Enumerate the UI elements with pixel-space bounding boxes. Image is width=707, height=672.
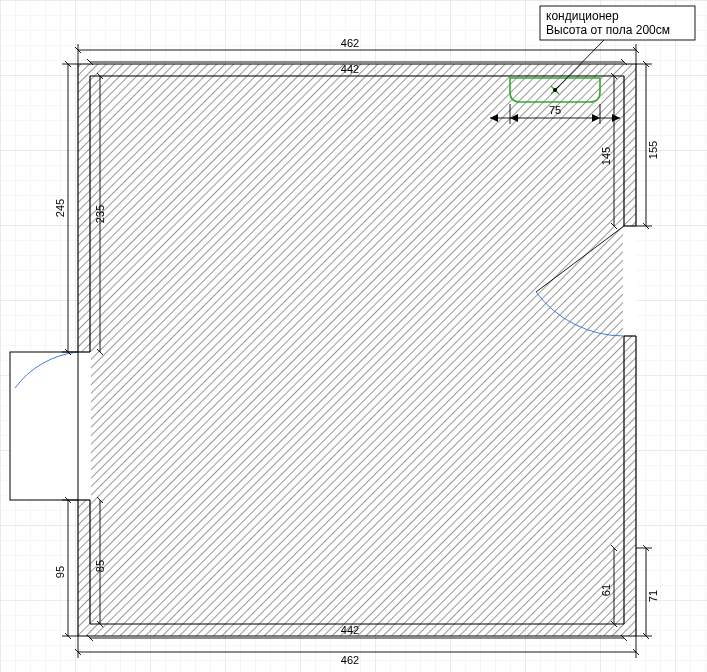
wall-hatch-fill xyxy=(78,64,636,636)
svg-text:245: 245 xyxy=(54,199,66,217)
left-porch xyxy=(10,352,78,500)
floor-plan-canvas: кондиционер Высота от пола 200см 462 442… xyxy=(0,0,707,672)
svg-rect-2 xyxy=(78,64,636,636)
svg-rect-19 xyxy=(10,352,78,500)
svg-text:442: 442 xyxy=(341,624,359,636)
svg-text:235: 235 xyxy=(94,205,106,223)
callout-line2: Высота от пола 200см xyxy=(546,23,670,37)
callout-line1: кондиционер xyxy=(546,9,619,23)
svg-text:145: 145 xyxy=(600,147,612,165)
svg-text:61: 61 xyxy=(600,584,612,596)
svg-text:71: 71 xyxy=(647,590,659,602)
svg-text:462: 462 xyxy=(341,37,359,49)
right-door-gap xyxy=(623,226,637,336)
svg-text:95: 95 xyxy=(54,566,66,578)
svg-text:75: 75 xyxy=(549,104,561,116)
svg-text:155: 155 xyxy=(647,141,659,159)
svg-text:442: 442 xyxy=(341,63,359,75)
svg-text:462: 462 xyxy=(341,654,359,666)
svg-text:85: 85 xyxy=(94,560,106,572)
left-door-gap xyxy=(77,352,91,500)
svg-point-24 xyxy=(553,88,557,92)
